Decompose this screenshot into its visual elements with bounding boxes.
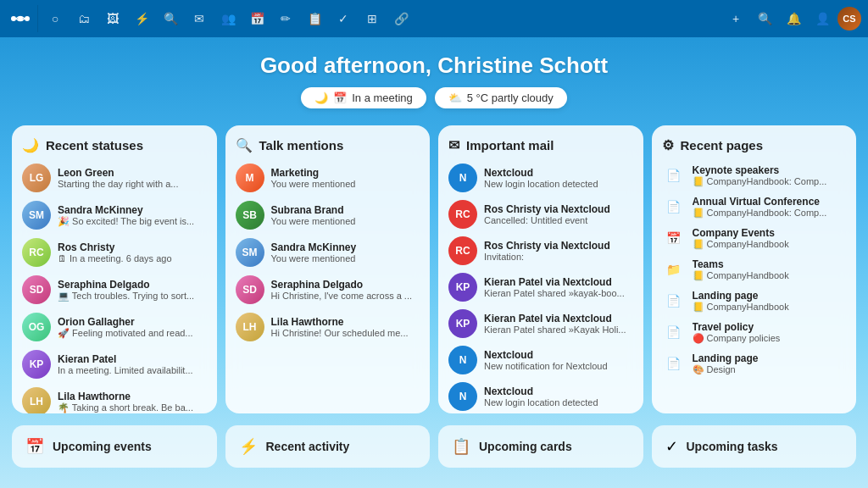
avatar: LH (22, 387, 51, 413)
talk-items-list: M Marketing You were mentioned SB Subran… (236, 164, 420, 341)
list-item[interactable]: 📅 Company Events 📒 CompanyHandbook (662, 226, 847, 250)
status-text: Orion Gallagher 🚀 Feeling motivated and … (58, 316, 207, 339)
book-icon: 📒 (693, 208, 704, 219)
page-name: Annual Virtual Conference (693, 196, 847, 208)
list-item[interactable]: RC Ros Christy via Nextcloud Cancelled: … (448, 200, 633, 229)
status-message: Starting the day right with a... (58, 179, 207, 189)
list-item[interactable]: 📄 Travel policy 🔴 Company policies (662, 320, 847, 344)
nav-search-icon[interactable]: 🔍 (157, 5, 184, 32)
list-item[interactable]: N Nextcloud New login location detected (448, 164, 633, 192)
status-items-list: LG Leon Green Starting the day right wit… (22, 164, 207, 413)
nav-activity-icon[interactable]: ⚡ (128, 5, 155, 32)
list-item[interactable]: LH Lila Hawthorne Hi Christine! Our sche… (236, 313, 420, 341)
list-item[interactable]: 📄 Landing page 📒 CompanyHandbook (662, 289, 847, 313)
mail-sender: Nextcloud (484, 167, 633, 179)
list-item[interactable]: N Nextcloud New login location detected (448, 382, 633, 411)
mail-subject: Kieran Patel shared »kayak-boo... (484, 288, 633, 298)
header-section: Good afternoon, Christine Schott 🌙 📅 In … (0, 37, 868, 117)
avatar: N (448, 346, 477, 374)
app-logo[interactable] (7, 5, 34, 32)
list-item[interactable]: SM Sandra McKinney You were mentioned (236, 238, 420, 267)
upcoming-cards-icon: 📋 (452, 437, 470, 456)
list-item[interactable]: M Marketing You were mentioned (236, 164, 420, 192)
list-item[interactable]: 📄 Keynote speakers 📒 CompanyHandbook: Co… (662, 164, 847, 187)
svg-point-2 (25, 16, 30, 21)
important-mail-card: ✉ Important mail N Nextcloud New login l… (438, 125, 643, 413)
nav-tasks-icon[interactable]: 📋 (301, 5, 328, 32)
nav-mail-icon[interactable]: ✉ (186, 5, 213, 32)
nav-user-icon[interactable]: 👤 (809, 5, 836, 32)
pages-header-icon: ⚙ (662, 137, 674, 153)
book-icon: 🎨 (693, 364, 704, 375)
mail-sender: Kieran Patel via Nextcloud (484, 276, 633, 288)
nav-photos-icon[interactable]: 🖼 (99, 5, 126, 32)
list-item[interactable]: SD Seraphina Delgado Hi Christine, I've … (236, 275, 420, 304)
page-location: 🔴 Company policies (693, 333, 847, 344)
mail-text: Nextcloud New login location detected (484, 167, 633, 189)
upcoming-tasks-card[interactable]: ✓ Upcoming tasks (652, 425, 857, 468)
nav-bell-icon[interactable]: 🔔 (780, 5, 807, 32)
list-item[interactable]: LG Leon Green Starting the day right wit… (22, 164, 207, 192)
avatar: SD (22, 275, 51, 304)
nav-check-icon[interactable]: ✓ (330, 5, 357, 32)
nav-plus-icon[interactable]: + (722, 5, 749, 32)
avatar[interactable]: CS (837, 7, 861, 30)
list-item[interactable]: KP Kieran Patel via Nextcloud Kieran Pat… (448, 273, 633, 302)
nav-contacts-icon[interactable]: 👥 (214, 5, 242, 32)
talk-sub: Hi Christine, I've come across a ... (271, 291, 420, 301)
nav-search-right-icon[interactable]: 🔍 (751, 5, 778, 32)
list-item[interactable]: RC Ros Christy via Nextcloud Invitation: (448, 236, 633, 265)
list-item[interactable]: 📁 Teams 📒 CompanyHandbook (662, 258, 847, 281)
recent-activity-card[interactable]: ⚡ Recent activity (225, 425, 431, 468)
status-name: Kieran Patel (58, 353, 207, 365)
page-type-icon: 📁 (662, 258, 686, 281)
nav-link-icon[interactable]: 🔗 (387, 5, 415, 32)
recent-statuses-header: 🌙 Recent statuses (22, 137, 207, 153)
talk-name: Seraphina Delgado (271, 279, 420, 291)
list-item[interactable]: 📄 Annual Virtual Conference 📒 CompanyHan… (662, 195, 847, 219)
status-text: Ros Christy 🗓 In a meeting. 6 days ago (58, 241, 207, 263)
list-item[interactable]: OG Orion Gallagher 🚀 Feeling motivated a… (22, 313, 207, 341)
list-item[interactable]: SD Seraphina Delgado 💻 Tech troubles. Tr… (22, 275, 207, 304)
list-item[interactable]: 📄 Landing page 🎨 Design (662, 352, 847, 375)
page-type-icon: 📄 (662, 289, 686, 313)
upcoming-cards-card[interactable]: 📋 Upcoming cards (438, 425, 643, 468)
mail-subject: New login location detected (484, 179, 633, 189)
avatar: RC (22, 238, 51, 267)
mail-sender: Nextcloud (484, 385, 633, 397)
list-item[interactable]: SM Sandra McKinney 🎉 So excited! The big… (22, 201, 207, 230)
status-name: Lila Hawthorne (58, 391, 207, 402)
upcoming-events-card[interactable]: 📅 Upcoming events (12, 425, 217, 468)
recent-statuses-card: 🌙 Recent statuses LG Leon Green Starting… (12, 125, 217, 413)
meeting-pill[interactable]: 🌙 📅 In a meeting (301, 87, 426, 108)
status-name: Ros Christy (58, 241, 207, 253)
mail-text: Nextcloud New login location detected (484, 385, 633, 408)
upcoming-cards-label: Upcoming cards (479, 440, 572, 453)
book-icon: 📒 (693, 302, 704, 313)
mail-sender: Nextcloud (484, 349, 633, 361)
nav-edit-icon[interactable]: ✏ (272, 5, 299, 32)
list-item[interactable]: RC Ros Christy 🗓 In a meeting. 6 days ag… (22, 238, 207, 267)
avatar: KP (448, 309, 477, 338)
status-text: Leon Green Starting the day right with a… (58, 167, 207, 189)
list-item[interactable]: KP Kieran Patel In a meeting. Limited av… (22, 350, 207, 379)
page-type-icon: 📅 (662, 226, 686, 250)
list-item[interactable]: SB Subrana Brand You were mentioned (236, 201, 420, 230)
talk-name: Lila Hawthorne (271, 316, 420, 328)
status-message: 🎉 So excited! The big event is... (58, 216, 207, 227)
mail-text: Kieran Patel via Nextcloud Kieran Patel … (484, 276, 633, 298)
page-text: Company Events 📒 CompanyHandbook (693, 227, 847, 250)
talk-text: Seraphina Delgado Hi Christine, I've com… (271, 279, 420, 301)
nav-calendar-icon[interactable]: 📅 (243, 5, 270, 32)
calendar-small-icon: 📅 (333, 92, 347, 104)
nav-files-icon[interactable]: 🗂 (70, 5, 97, 32)
list-item[interactable]: KP Kieran Patel via Nextcloud Kieran Pat… (448, 309, 633, 338)
list-item[interactable]: N Nextcloud New notification for Nextclo… (448, 346, 633, 374)
list-item[interactable]: LH Lila Hawthorne 🌴 Taking a short break… (22, 387, 207, 413)
nav-grid-icon[interactable]: ⊞ (359, 5, 386, 32)
weather-pill[interactable]: ⛅ 5 °C partly cloudy (435, 87, 567, 108)
nav-home-icon[interactable]: ○ (42, 5, 69, 32)
talk-mentions-title: Talk mentions (259, 138, 344, 152)
recent-activity-label: Recent activity (266, 440, 350, 453)
status-name: Seraphina Delgado (58, 279, 207, 291)
